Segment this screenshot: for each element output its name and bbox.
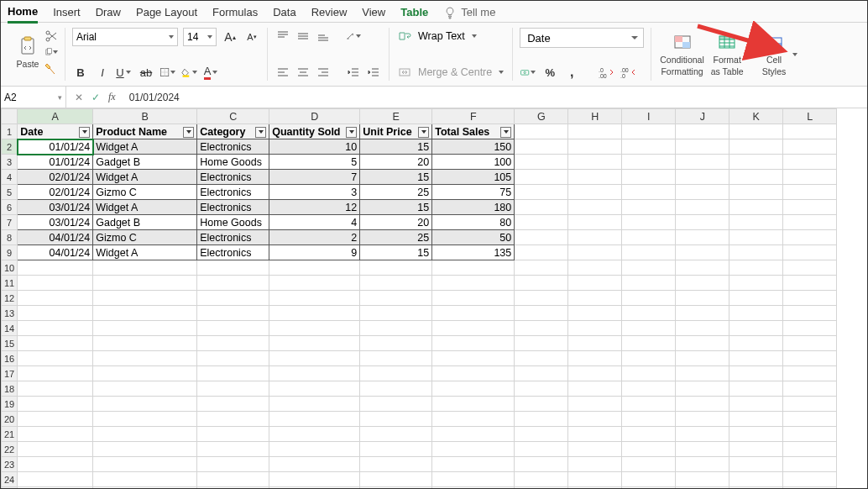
cell[interactable]: [568, 457, 622, 472]
cell[interactable]: [783, 245, 837, 260]
cell[interactable]: [783, 200, 837, 215]
font-name-select[interactable]: Arial: [72, 28, 178, 46]
cell[interactable]: [568, 245, 622, 260]
row-header[interactable]: 12: [2, 291, 18, 306]
cell[interactable]: [676, 185, 729, 200]
cell[interactable]: [93, 276, 197, 291]
align-center-button[interactable]: [295, 64, 311, 81]
cell[interactable]: [729, 260, 783, 276]
cell[interactable]: [432, 381, 515, 397]
cell[interactable]: Electronics: [197, 200, 269, 215]
cell[interactable]: 80: [432, 215, 515, 230]
cell[interactable]: Electronics: [197, 245, 269, 260]
cell[interactable]: [18, 381, 93, 397]
cell[interactable]: [622, 306, 676, 321]
strikethrough-button[interactable]: ab: [138, 64, 154, 81]
row-header[interactable]: 2: [2, 139, 18, 155]
cell[interactable]: [568, 215, 622, 230]
italic-button[interactable]: I: [94, 64, 111, 81]
cell[interactable]: [515, 412, 568, 427]
cell[interactable]: Electronics: [197, 230, 269, 245]
cell[interactable]: [197, 457, 269, 472]
cell[interactable]: 15: [360, 245, 432, 260]
column-header-G[interactable]: G: [515, 109, 568, 124]
cell[interactable]: [568, 139, 622, 155]
cell[interactable]: [432, 321, 515, 336]
cell[interactable]: [360, 321, 432, 336]
cell[interactable]: Widget A: [93, 139, 197, 155]
cell[interactable]: [269, 260, 360, 276]
cell[interactable]: [783, 321, 837, 336]
cell[interactable]: [515, 397, 568, 412]
cell[interactable]: [360, 291, 432, 306]
cell[interactable]: [783, 306, 837, 321]
cell[interactable]: [622, 427, 676, 442]
filter-dropdown-button[interactable]: [79, 127, 90, 138]
cell[interactable]: [269, 276, 360, 291]
cell[interactable]: [197, 260, 269, 276]
cell[interactable]: [432, 336, 515, 351]
orientation-button[interactable]: [345, 28, 362, 45]
row-header[interactable]: 20: [2, 412, 18, 427]
cell[interactable]: Gizmo C: [93, 185, 197, 200]
cell[interactable]: [622, 442, 676, 457]
cell[interactable]: [18, 427, 93, 442]
tab-view[interactable]: View: [362, 3, 385, 22]
row-header[interactable]: 24: [2, 472, 18, 487]
cell[interactable]: [18, 412, 93, 427]
row-header[interactable]: 8: [2, 230, 18, 245]
cell[interactable]: [269, 397, 360, 412]
row-header[interactable]: 15: [2, 336, 18, 351]
cell[interactable]: [515, 124, 568, 139]
column-header-E[interactable]: E: [360, 109, 432, 124]
cell[interactable]: [622, 139, 676, 155]
row-header[interactable]: 6: [2, 200, 18, 215]
decrease-indent-button[interactable]: [345, 64, 362, 81]
cell[interactable]: [729, 472, 783, 487]
cell[interactable]: [515, 291, 568, 306]
cell[interactable]: Widget A: [93, 200, 197, 215]
decrease-decimal-button[interactable]: .00.0: [620, 64, 637, 81]
merge-centre-button[interactable]: [396, 64, 413, 81]
cell[interactable]: [676, 412, 729, 427]
cell[interactable]: [568, 276, 622, 291]
cell[interactable]: [622, 351, 676, 366]
cell[interactable]: [93, 260, 197, 276]
row-header[interactable]: 1: [2, 124, 18, 139]
cell[interactable]: [93, 397, 197, 412]
fill-color-button[interactable]: [181, 64, 198, 81]
cell[interactable]: [93, 351, 197, 366]
increase-font-size-button[interactable]: A▴: [222, 29, 238, 45]
borders-button[interactable]: [159, 64, 176, 81]
tab-review[interactable]: Review: [311, 3, 348, 22]
column-header-J[interactable]: J: [676, 109, 729, 124]
cell[interactable]: [783, 397, 837, 412]
cell[interactable]: [360, 260, 432, 276]
cell[interactable]: 100: [432, 155, 515, 170]
cell[interactable]: [729, 139, 783, 155]
row-header[interactable]: 11: [2, 276, 18, 291]
row-header[interactable]: 18: [2, 381, 18, 397]
formula-content[interactable]: 01/01/2024: [124, 92, 180, 103]
cell[interactable]: [622, 412, 676, 427]
row-header[interactable]: 17: [2, 366, 18, 381]
cell[interactable]: [676, 200, 729, 215]
cell[interactable]: [360, 351, 432, 366]
cell[interactable]: [676, 457, 729, 472]
cell[interactable]: 03/01/24: [18, 200, 93, 215]
cell[interactable]: [676, 124, 729, 139]
cell[interactable]: [18, 306, 93, 321]
cell[interactable]: Widget A: [93, 170, 197, 185]
cell[interactable]: [568, 170, 622, 185]
cell[interactable]: [783, 472, 837, 487]
cell[interactable]: [783, 230, 837, 245]
cell[interactable]: 25: [360, 185, 432, 200]
cell[interactable]: [269, 412, 360, 427]
column-header-I[interactable]: I: [622, 109, 676, 124]
cell[interactable]: [783, 412, 837, 427]
cell[interactable]: [93, 412, 197, 427]
cell[interactable]: [197, 336, 269, 351]
cell[interactable]: [676, 139, 729, 155]
cell[interactable]: Gizmo C: [93, 230, 197, 245]
cell[interactable]: [783, 351, 837, 366]
